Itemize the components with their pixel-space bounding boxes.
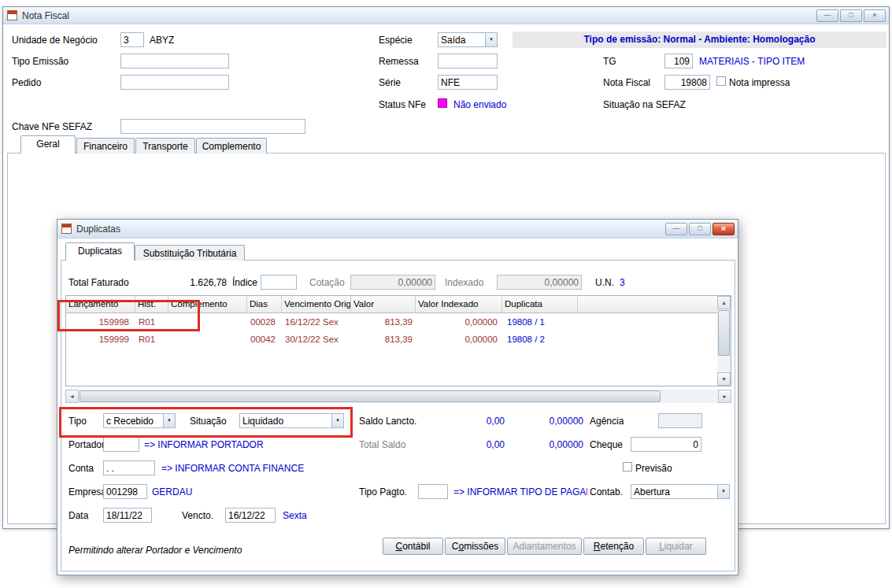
remessa-label: Remessa [379,56,419,67]
tg-label: TG [603,56,616,67]
pedido-field[interactable] [120,75,229,90]
especie-value: Saída [441,35,465,46]
tab-geral[interactable]: Geral [20,135,76,153]
emissao-ambiente-banner: Tipo de emissão: Normal - Ambiente: Homo… [513,31,886,48]
tipo-emissao-label: Tipo Emissão [12,56,68,67]
nota-fiscal-window-icon [7,10,17,20]
grid-hscroll-left-icon[interactable]: ◄ [65,390,79,403]
vencto-label: Vencto. [182,510,213,521]
conta-field[interactable]: . . [103,460,155,475]
tab-duplicatas[interactable]: Duplicatas [65,242,135,261]
status-nfe-value: Não enviado [453,99,506,110]
conta-label: Conta [68,463,94,474]
total-saldo-value: 0,00 [451,439,505,450]
dialog-maximize-button[interactable]: □ [689,223,711,235]
nota-fiscal-field[interactable]: 19808 [664,75,710,90]
indexado-field: 0,00000 [497,275,582,290]
nota-fiscal-label: Nota Fiscal [603,77,650,88]
chevron-down-icon[interactable]: ▼ [717,485,729,498]
total-faturado-value: 1.626,78 [176,277,227,288]
chevron-down-icon[interactable]: ▼ [485,33,497,46]
grid-vscroll-down-icon[interactable]: ▼ [717,372,731,386]
unidade-negocio-label: Unidade de Negócio [12,35,98,46]
tab-financeiro[interactable]: Financeiro [76,138,135,153]
col-header-filler [578,296,717,313]
cheque-label: Cheque [590,439,623,450]
agencia-field[interactable] [658,413,702,428]
col-header-vencimento-orig: Vencimento Orig. [282,296,351,313]
tg-desc: MATERIAIS - TIPO ITEM [699,56,805,67]
indexado-label: Indexado [445,277,483,288]
duplicatas-titlebar[interactable]: Duplicatas — □ × [57,220,738,239]
remessa-field[interactable] [438,54,498,68]
empresa-field[interactable]: 001298 [103,484,147,499]
data-label: Data [68,510,88,521]
especie-label: Espécie [379,35,413,46]
cotacao-field: 0,00000 [350,275,435,290]
tg-field[interactable]: 109 [664,54,693,68]
pedido-label: Pedido [12,77,41,88]
duplicatas-window-icon [61,224,72,234]
especie-select[interactable]: Saída ▼ [438,32,498,47]
grid-hscroll-track: ◄ ► [65,390,731,403]
dialog-close-button[interactable]: × [712,223,735,235]
cheque-field[interactable]: 0 [631,437,701,452]
col-header-duplicata: Duplicata [502,296,578,313]
data-field[interactable]: 18/11/22 [103,508,152,523]
total-faturado-label: Total Faturado [68,277,129,288]
chave-nfe-field[interactable] [120,119,305,134]
comissoes-button[interactable]: Comissões [445,538,505,555]
portador-field[interactable] [103,437,139,452]
nota-fiscal-titlebar[interactable]: Nota Fiscal — □ × [3,7,889,24]
situacao-sefaz-label: Situação na SEFAZ [603,99,686,110]
status-nfe-swatch [438,98,447,108]
grid-vscroll-up-icon[interactable]: ▲ [717,296,731,309]
tipo-pagto-label: Tipo Pagto. [359,486,407,497]
tipo-pagto-field[interactable] [418,484,448,499]
un-label: U.N. [595,277,614,288]
cotacao-label: Cotação [309,277,345,288]
nota-impressa-checkbox[interactable] [716,76,726,86]
unidade-negocio-field[interactable]: 3 [120,32,144,47]
maximize-button[interactable]: □ [840,9,862,22]
liquidar-button: Liquidar [646,538,706,555]
empresa-label: Empresa [68,486,106,497]
tab-complemento[interactable]: Complemento [196,138,267,153]
highlight-annotation-tipo-situacao [59,407,353,438]
adiantamentos-button: Adiantamentos [507,538,582,555]
tab-transporte[interactable]: Transporte [135,138,195,153]
nota-impressa-label: Nota impressa [729,77,790,88]
col-header-dias: Dias [247,296,282,313]
total-saldo-indexado: 0,00000 [522,439,583,450]
indice-field[interactable] [261,275,297,290]
serie-field[interactable]: NFE [438,75,498,90]
grid-hscroll-right-icon[interactable]: ► [718,390,731,403]
retencao-button[interactable]: Retenção [583,538,644,555]
vencto-day: Sexta [283,510,307,521]
tipo-pagto-hint: => INFORMAR TIPO DE PAGAM [453,486,587,497]
dialog-title: Duplicatas [76,224,120,235]
previsao-checkbox[interactable] [623,462,632,472]
contab-select[interactable]: Abertura ▼ [631,484,730,499]
grid-vscroll-thumb[interactable] [718,310,730,356]
previsao-label: Previsão [635,463,672,474]
minimize-button[interactable]: — [816,9,838,22]
total-saldo-label: Total Saldo [359,439,405,450]
vencto-field[interactable]: 16/12/22 [225,508,276,523]
col-header-valor-indexado: Valor Indexado [416,296,502,313]
col-header-valor: Valor [351,296,416,313]
tab-substituicao-tributaria[interactable]: Substituição Tributária [135,245,245,261]
chave-nfe-label: Chave NFe SEFAZ [12,121,92,132]
contabil-button[interactable]: Contábil [383,538,443,555]
un-value: 3 [620,277,625,288]
close-button[interactable]: × [864,9,886,22]
status-message: Permitindo alterar Portador e Vencimento [68,545,242,556]
indice-label: Índice [232,277,257,288]
dialog-minimize-button[interactable]: — [665,223,687,235]
contab-value: Abertura [634,486,670,497]
highlight-annotation-lancamento [57,300,200,331]
grid-hscroll-thumb[interactable] [80,390,661,402]
portador-label: Portador [68,439,105,450]
tipo-emissao-field[interactable] [120,54,229,68]
conta-hint: => INFORMAR CONTA FINANCE [161,463,304,474]
